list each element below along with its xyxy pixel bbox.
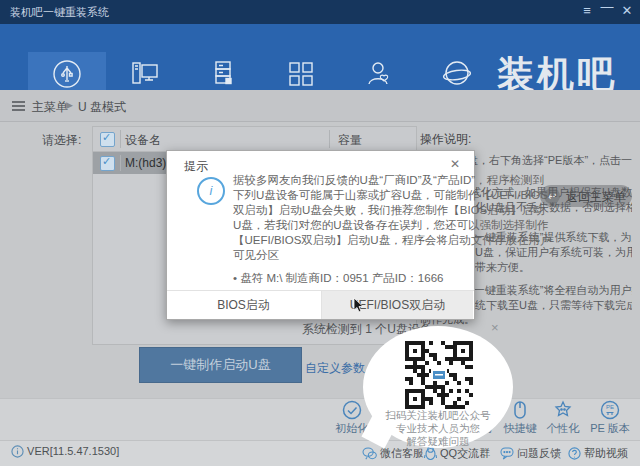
help-video-link[interactable]: 帮助视频 (568, 446, 628, 461)
instructions-title: 操作说明: (420, 131, 471, 148)
service-icon (340, 59, 418, 89)
select-all-checkbox[interactable] (100, 132, 115, 147)
menu-icon[interactable] (12, 99, 25, 113)
window-title: 装机吧一键重装系统 (10, 5, 109, 20)
qr-caption-line: 扫码关注装机吧公众号 (363, 409, 513, 423)
dialog-text-line: 【UEFI/BIOS双启动】启动U盘，程序会将启动文件存放在用户 (233, 233, 465, 248)
device-table-header: 设备名 容量 (93, 127, 416, 152)
title-bar: 装机吧一键重装系统 ≡ — ✕ (0, 0, 640, 24)
dialog-close-icon[interactable]: ✕ (450, 157, 460, 171)
instructions-close-icon[interactable]: × (491, 320, 499, 335)
minimize-icon[interactable]: — (598, 0, 616, 14)
version-text: VER[11.5.47.1530] (27, 445, 119, 457)
usb-icon (28, 59, 106, 89)
apps-icon (262, 59, 340, 89)
statusbar-link-label: 问题反馈 (517, 447, 561, 459)
close-icon[interactable]: ✕ (618, 3, 636, 18)
dialog-button-row: BIOS启动 UEFI/BIOS双启动 (167, 290, 474, 319)
breadcrumb-separator-icon: ▶ (66, 100, 73, 110)
dialog-title: 提示 (184, 158, 208, 175)
version-info: VER[11.5.47.1530] (11, 445, 119, 458)
qr-caption-line: 专业技术人员为您 (363, 422, 513, 436)
qr-popup: 扫码关注装机吧公众号 专业技术人员为您 解答疑难问题 (363, 326, 513, 448)
custom-params-link[interactable]: 自定义参数 (305, 360, 365, 377)
column-device-name: 设备名 (125, 132, 161, 149)
breadcrumb-bar: 主菜单 ▶ U 盘模式 ↩ 返回主菜单 (0, 90, 640, 122)
pe-version-icon: PE (582, 400, 638, 420)
select-label: 请选择: (42, 132, 81, 149)
window-menu-icon[interactable]: ≡ (578, 3, 596, 18)
dialog-text-line: 据较多网友向我们反馈的U盘“厂商ID”及“产品ID”，程序检测到 (233, 173, 465, 188)
statusbar-link-label: 帮助视频 (584, 447, 628, 459)
bios-boot-button[interactable]: BIOS启动 (167, 291, 320, 319)
info-icon (11, 445, 24, 458)
breadcrumb-current: U 盘模式 (78, 99, 126, 116)
column-capacity: 容量 (338, 132, 362, 149)
backup-icon (184, 59, 262, 89)
help-icon (568, 447, 581, 460)
app-window: 装机吧一键重装系统 ≡ — ✕ U 盘启动 一键装机 备份/还原 软件大全 人工… (0, 0, 640, 466)
qr-caption-line: 解答疑难问题 (363, 435, 513, 449)
info-icon: i (197, 177, 225, 205)
dialog-text-line: 下列U盘设备可能属于山寨或扩容U盘，可能制作【UEFI/BIOS (233, 188, 465, 203)
prompt-dialog: 提示 ✕ i 据较多网友向我们反馈的U盘“厂商ID”及“产品ID”，程序检测到 … (166, 150, 475, 320)
svg-text:PE: PE (606, 404, 614, 410)
uefi-bios-boot-button[interactable]: UEFI/BIOS双启动 (321, 291, 473, 319)
dialog-drive-info: • 盘符 M:\ 制造商ID：0951 产品ID：1666 (233, 271, 465, 286)
computer-icon (106, 59, 184, 89)
main-nav: U 盘启动 一键装机 备份/还原 软件大全 人工服务 官方网站 装机吧 zhua… (0, 24, 640, 90)
breadcrumb-root[interactable]: 主菜单 (32, 99, 68, 116)
device-row-checkbox[interactable] (100, 156, 115, 171)
dialog-text-line: 可见分区 (233, 248, 465, 263)
website-icon (418, 59, 496, 89)
dialog-text-line: 双启动】启动U盘会失败，我们推荐您制作【BIOS启动】启动 (233, 203, 465, 218)
qr-code (405, 341, 473, 409)
toolbar-item-pe-version[interactable]: PE PE 版本 (582, 400, 638, 436)
mouse-cursor-icon (353, 298, 365, 314)
toolbar-item-label: PE 版本 (582, 421, 638, 436)
dialog-text-line: U盘，若我们对您的U盘设备存在误判，您还可以强制选择制作 (233, 218, 465, 233)
make-usb-button[interactable]: 一键制作启动U盘 (139, 347, 302, 383)
